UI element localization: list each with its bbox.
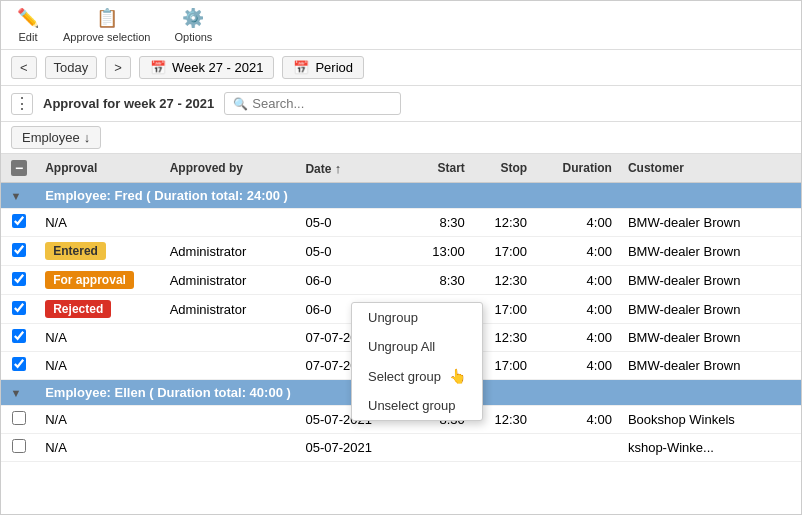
table-row: For approval Administrator 06-0 8:30 12:… bbox=[1, 266, 801, 295]
row-check-cell bbox=[1, 352, 37, 380]
start-cell: 8:30 bbox=[411, 266, 473, 295]
customer-cell: BMW-dealer Brown bbox=[620, 237, 801, 266]
row-checkbox[interactable] bbox=[12, 357, 26, 371]
context-menu-ungroup-all[interactable]: Ungroup All bbox=[352, 332, 482, 361]
status-badge: For approval bbox=[45, 271, 134, 289]
prev-button[interactable]: < bbox=[11, 56, 37, 79]
group-expand-cell: ▼ bbox=[1, 380, 37, 406]
duration-cell bbox=[535, 434, 620, 462]
context-menu-unselect-group[interactable]: Unselect group bbox=[352, 391, 482, 420]
col-header-duration: Duration bbox=[535, 154, 620, 183]
customer-cell: kshop-Winke... bbox=[620, 434, 801, 462]
customer-cell: BMW-dealer Brown bbox=[620, 295, 801, 324]
row-checkbox[interactable] bbox=[12, 329, 26, 343]
status-badge: Rejected bbox=[45, 300, 111, 318]
context-menu-select-group[interactable]: Select group 👆 bbox=[352, 361, 482, 391]
filter-title: Approval for week 27 - 2021 bbox=[43, 96, 214, 111]
row-checkbox[interactable] bbox=[12, 243, 26, 257]
col-header-date[interactable]: Date ↑ bbox=[297, 154, 410, 183]
group-fred-label: Employee: Fred ( Duration total: 24:00 ) bbox=[37, 183, 801, 209]
duration-cell: 4:00 bbox=[535, 406, 620, 434]
options-icon: ⚙️ bbox=[182, 7, 204, 29]
week-selector[interactable]: 📅 Week 27 - 2021 bbox=[139, 56, 275, 79]
date-cell: 05-07-2021 bbox=[297, 434, 410, 462]
col-header-approval: Approval bbox=[37, 154, 161, 183]
approved-by-cell bbox=[162, 209, 298, 237]
period-label: Period bbox=[315, 60, 353, 75]
start-cell: 13:00 bbox=[411, 237, 473, 266]
duration-cell: 4:00 bbox=[535, 324, 620, 352]
row-check-cell bbox=[1, 295, 37, 324]
row-checkbox[interactable] bbox=[12, 301, 26, 315]
approval-cell: Rejected bbox=[37, 295, 161, 324]
period-selector[interactable]: 📅 Period bbox=[282, 56, 364, 79]
approval-cell: N/A bbox=[37, 352, 161, 380]
row-check-cell bbox=[1, 237, 37, 266]
customer-cell: BMW-dealer Brown bbox=[620, 352, 801, 380]
filter-bar: ⋮ Approval for week 27 - 2021 🔍 bbox=[1, 86, 801, 122]
week-label: Week 27 - 2021 bbox=[172, 60, 264, 75]
group-collapse-button[interactable]: ▼ bbox=[9, 189, 23, 203]
row-check-cell bbox=[1, 266, 37, 295]
date-cell: 05-0 bbox=[297, 209, 410, 237]
sort-bar: Employee ↓ bbox=[1, 122, 801, 154]
period-calendar-icon: 📅 bbox=[293, 60, 309, 75]
date-cell: 06-0 bbox=[297, 266, 410, 295]
approval-cell: N/A bbox=[37, 434, 161, 462]
row-checkbox[interactable] bbox=[12, 439, 26, 453]
approved-by-cell: Administrator bbox=[162, 295, 298, 324]
approved-by-cell bbox=[162, 434, 298, 462]
table-row: Entered Administrator 05-0 13:00 17:00 4… bbox=[1, 237, 801, 266]
approve-icon: 📋 bbox=[96, 7, 118, 29]
context-menu-ungroup[interactable]: Ungroup bbox=[352, 303, 482, 332]
employee-sort-button[interactable]: Employee ↓ bbox=[11, 126, 101, 149]
next-button[interactable]: > bbox=[105, 56, 131, 79]
table-header-row: − Approval Approved by Date ↑ Start Stop… bbox=[1, 154, 801, 183]
duration-cell: 4:00 bbox=[535, 352, 620, 380]
approval-cell: Entered bbox=[37, 237, 161, 266]
col-header-approved-by: Approved by bbox=[162, 154, 298, 183]
unselect-group-label: Unselect group bbox=[368, 398, 455, 413]
cursor-icon: 👆 bbox=[449, 368, 466, 384]
search-icon: 🔍 bbox=[233, 97, 248, 111]
duration-cell: 4:00 bbox=[535, 295, 620, 324]
approved-by-cell bbox=[162, 406, 298, 434]
customer-cell: Bookshop Winkels bbox=[620, 406, 801, 434]
duration-cell: 4:00 bbox=[535, 266, 620, 295]
select-group-label: Select group bbox=[368, 369, 441, 384]
approve-selection-button[interactable]: 📋 Approve selection bbox=[63, 7, 150, 43]
approve-label: Approve selection bbox=[63, 31, 150, 43]
duration-cell: 4:00 bbox=[535, 237, 620, 266]
approved-by-cell: Administrator bbox=[162, 266, 298, 295]
edit-button[interactable]: ✏️ Edit bbox=[17, 7, 39, 43]
group-collapse-button-ellen[interactable]: ▼ bbox=[9, 386, 23, 400]
row-check-cell bbox=[1, 406, 37, 434]
status-badge: Entered bbox=[45, 242, 106, 260]
duration-cell: 4:00 bbox=[535, 209, 620, 237]
row-checkbox[interactable] bbox=[12, 272, 26, 286]
col-header-check: − bbox=[1, 154, 37, 183]
stop-cell: 12:30 bbox=[473, 266, 535, 295]
row-checkbox[interactable] bbox=[12, 214, 26, 228]
customer-cell: BMW-dealer Brown bbox=[620, 209, 801, 237]
table-row: N/A 05-0 8:30 12:30 4:00 BMW-dealer Brow… bbox=[1, 209, 801, 237]
row-check-cell bbox=[1, 209, 37, 237]
sort-arrow: ↓ bbox=[84, 130, 91, 145]
row-checkbox[interactable] bbox=[12, 411, 26, 425]
navigation-bar: < Today > 📅 Week 27 - 2021 📅 Period bbox=[1, 50, 801, 86]
row-check-cell bbox=[1, 324, 37, 352]
context-menu: Ungroup Ungroup All Select group 👆 Unsel… bbox=[351, 302, 483, 421]
employee-sort-label: Employee bbox=[22, 130, 80, 145]
table-container: − Approval Approved by Date ↑ Start Stop… bbox=[1, 154, 801, 462]
toolbar: ✏️ Edit 📋 Approve selection ⚙️ Options bbox=[1, 1, 801, 50]
today-button[interactable]: Today bbox=[45, 56, 98, 79]
search-input[interactable] bbox=[252, 96, 392, 111]
approved-by-cell: Administrator bbox=[162, 237, 298, 266]
col-header-customer: Customer bbox=[620, 154, 801, 183]
approval-cell: N/A bbox=[37, 209, 161, 237]
deselect-all-button[interactable]: − bbox=[11, 160, 27, 176]
options-button[interactable]: ⚙️ Options bbox=[174, 7, 212, 43]
filter-menu-button[interactable]: ⋮ bbox=[11, 93, 33, 115]
approval-cell: N/A bbox=[37, 406, 161, 434]
group-row-fred: ▼ Employee: Fred ( Duration total: 24:00… bbox=[1, 183, 801, 209]
